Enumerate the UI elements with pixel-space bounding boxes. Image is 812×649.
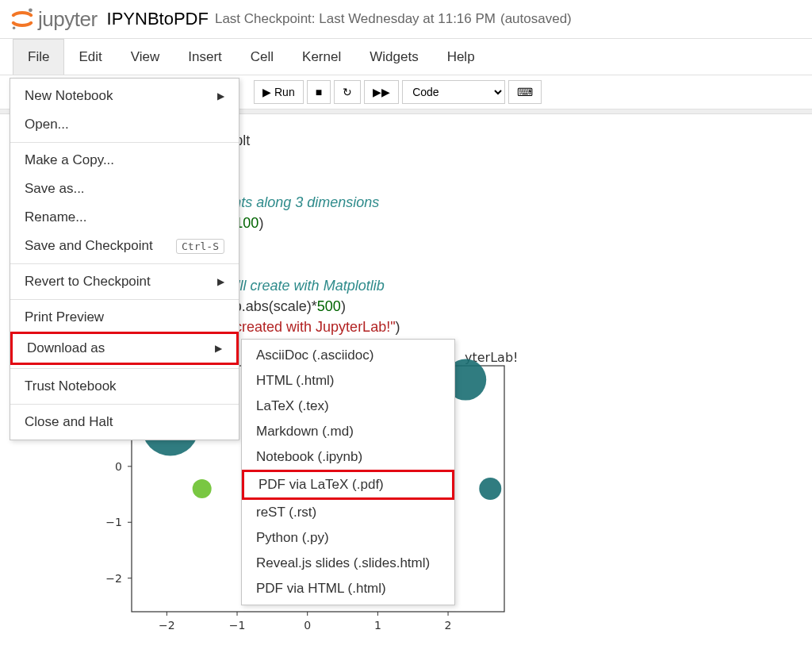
file-open[interactable]: Open... bbox=[10, 110, 239, 139]
file-download-as[interactable]: Download as▶ bbox=[10, 332, 239, 365]
file-print-preview[interactable]: Print Preview bbox=[10, 303, 239, 332]
menu-kernel[interactable]: Kernel bbox=[288, 40, 355, 75]
svg-text:0: 0 bbox=[304, 619, 311, 632]
svg-text:−2: −2 bbox=[105, 572, 122, 585]
file-save-as[interactable]: Save as... bbox=[10, 175, 239, 203]
svg-point-1 bbox=[13, 26, 16, 29]
file-make-copy[interactable]: Make a Copy... bbox=[10, 146, 239, 175]
shortcut-kbd: Ctrl-S bbox=[176, 239, 224, 254]
download-as-submenu: AsciiDoc (.asciidoc) HTML (.html) LaTeX … bbox=[241, 339, 455, 605]
logo[interactable]: jupyter bbox=[10, 6, 98, 32]
svg-point-28 bbox=[479, 478, 501, 500]
menu-cell[interactable]: Cell bbox=[236, 40, 288, 75]
svg-text:−1: −1 bbox=[229, 619, 246, 632]
menu-file[interactable]: File bbox=[13, 39, 64, 75]
stop-button[interactable]: ■ bbox=[307, 80, 331, 104]
menu-separator bbox=[10, 263, 239, 264]
file-new-notebook[interactable]: New Notebook▶ bbox=[10, 82, 239, 110]
autosave-text: (autosaved) bbox=[500, 11, 572, 27]
menu-insert[interactable]: Insert bbox=[174, 40, 236, 75]
checkpoint-text: Last Checkpoint: Last Wednesday at 11:16… bbox=[215, 11, 496, 27]
jupyter-logo-icon bbox=[10, 6, 35, 32]
download-asciidoc[interactable]: AsciiDoc (.asciidoc) bbox=[242, 343, 454, 368]
download-html[interactable]: HTML (.html) bbox=[242, 368, 454, 394]
menubar: File Edit View Insert Cell Kernel Widget… bbox=[0, 39, 812, 75]
download-markdown[interactable]: Markdown (.md) bbox=[242, 419, 454, 444]
svg-text:−1: −1 bbox=[105, 516, 122, 528]
file-rename[interactable]: Rename... bbox=[10, 203, 239, 232]
run-button[interactable]: ▶ Run bbox=[254, 80, 304, 104]
menu-separator bbox=[10, 299, 239, 300]
svg-text:−2: −2 bbox=[159, 619, 175, 632]
download-revealjs[interactable]: Reveal.js slides (.slides.html) bbox=[242, 551, 454, 576]
download-rest[interactable]: reST (.rst) bbox=[242, 500, 454, 525]
cell-type-select[interactable]: Code bbox=[402, 80, 505, 104]
menu-separator bbox=[10, 142, 239, 143]
keyboard-button[interactable]: ⌨ bbox=[508, 80, 542, 104]
download-latex[interactable]: LaTeX (.tex) bbox=[242, 394, 454, 419]
svg-text:0: 0 bbox=[115, 460, 122, 473]
fast-forward-icon: ▶▶ bbox=[373, 86, 390, 98]
download-python[interactable]: Python (.py) bbox=[242, 525, 454, 551]
notebook-name[interactable]: IPYNBtoPDF bbox=[107, 9, 209, 29]
menu-widgets[interactable]: Widgets bbox=[355, 40, 432, 75]
svg-point-0 bbox=[29, 8, 33, 12]
menu-separator bbox=[10, 404, 239, 405]
download-pdf-latex[interactable]: PDF via LaTeX (.pdf) bbox=[242, 470, 454, 500]
menu-edit[interactable]: Edit bbox=[64, 40, 116, 75]
file-revert-checkpoint[interactable]: Revert to Checkpoint▶ bbox=[10, 267, 239, 296]
caret-right-icon: ▶ bbox=[217, 276, 224, 287]
file-menu-dropdown: New Notebook▶ Open... Make a Copy... Sav… bbox=[10, 78, 239, 440]
run-label: Run bbox=[274, 86, 295, 98]
caret-right-icon: ▶ bbox=[215, 343, 222, 354]
restart-icon: ↻ bbox=[343, 86, 352, 98]
logo-text: jupyter bbox=[38, 7, 98, 32]
download-notebook[interactable]: Notebook (.ipynb) bbox=[242, 444, 454, 470]
svg-text:1: 1 bbox=[374, 619, 381, 632]
file-save-checkpoint[interactable]: Save and CheckpointCtrl-S bbox=[10, 232, 239, 260]
menu-separator bbox=[10, 368, 239, 369]
fast-forward-button[interactable]: ▶▶ bbox=[364, 80, 399, 104]
svg-point-25 bbox=[193, 479, 212, 498]
play-icon: ▶ bbox=[262, 86, 271, 98]
svg-text:2: 2 bbox=[445, 619, 452, 632]
stop-icon: ■ bbox=[316, 86, 322, 98]
file-close-halt[interactable]: Close and Halt bbox=[10, 408, 239, 436]
caret-right-icon: ▶ bbox=[217, 90, 224, 102]
restart-button[interactable]: ↻ bbox=[334, 80, 361, 104]
file-trust-notebook[interactable]: Trust Notebook bbox=[10, 372, 239, 401]
menu-help[interactable]: Help bbox=[433, 40, 489, 75]
header-bar: jupyter IPYNBtoPDF Last Checkpoint: Last… bbox=[0, 0, 812, 39]
menu-view[interactable]: View bbox=[117, 40, 174, 75]
keyboard-icon: ⌨ bbox=[517, 86, 533, 98]
download-pdf-html[interactable]: PDF via HTML (.html) bbox=[242, 576, 454, 601]
